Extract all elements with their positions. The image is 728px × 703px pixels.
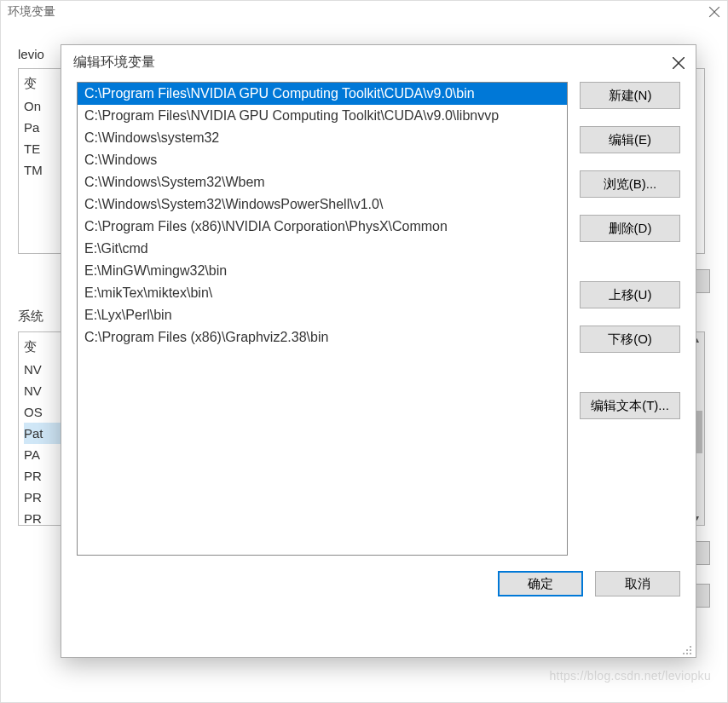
list-item[interactable]: C:\Windows\System32\Wbem: [78, 171, 567, 193]
list-item[interactable]: E:\mikTex\miktex\bin\: [78, 282, 567, 304]
path-listbox[interactable]: C:\Program Files\NVIDIA GPU Computing To…: [77, 82, 568, 556]
modal-titlebar: 编辑环境变量: [61, 45, 696, 82]
svg-point-4: [690, 646, 691, 648]
close-icon[interactable]: [708, 6, 720, 18]
svg-point-7: [683, 653, 685, 654]
delete-button[interactable]: 删除(D): [580, 215, 680, 242]
list-item[interactable]: E:\Git\cmd: [78, 238, 567, 260]
move-down-button[interactable]: 下移(O): [580, 326, 680, 353]
svg-point-8: [686, 653, 688, 654]
svg-point-6: [690, 649, 691, 651]
close-icon[interactable]: [672, 56, 685, 70]
list-item[interactable]: E:\Lyx\Perl\bin: [78, 304, 567, 326]
list-item[interactable]: C:\Windows: [78, 149, 567, 171]
resize-grip-icon[interactable]: [682, 643, 692, 654]
browse-button[interactable]: 浏览(B)...: [580, 170, 680, 198]
edit-button[interactable]: 编辑(E): [580, 126, 680, 153]
list-item[interactable]: C:\Windows\System32\WindowsPowerShell\v1…: [78, 193, 567, 216]
new-button[interactable]: 新建(N): [580, 82, 680, 109]
bg-title: 环境变量: [8, 4, 55, 20]
bg-titlebar: 环境变量: [1, 1, 727, 23]
list-item[interactable]: E:\MinGW\mingw32\bin: [78, 260, 567, 282]
move-up-button[interactable]: 上移(U): [580, 281, 680, 308]
cancel-button[interactable]: 取消: [595, 571, 680, 596]
modal-title: 编辑环境变量: [73, 54, 155, 72]
ok-button[interactable]: 确定: [498, 571, 583, 596]
list-item[interactable]: C:\Windows\system32: [78, 127, 567, 149]
list-item[interactable]: C:\Program Files\NVIDIA GPU Computing To…: [78, 83, 567, 105]
svg-point-5: [686, 649, 688, 651]
list-item[interactable]: C:\Program Files\NVIDIA GPU Computing To…: [78, 105, 567, 127]
edit-text-button[interactable]: 编辑文本(T)...: [580, 392, 680, 419]
edit-env-var-dialog: 编辑环境变量 C:\Program Files\NVIDIA GPU Compu…: [61, 44, 696, 658]
svg-point-9: [690, 653, 691, 654]
list-item[interactable]: C:\Program Files (x86)\Graphviz2.38\bin: [78, 326, 567, 349]
list-item[interactable]: C:\Program Files (x86)\NVIDIA Corporatio…: [78, 216, 567, 238]
action-buttons: 新建(N) 编辑(E) 浏览(B)... 删除(D) 上移(U) 下移(O) 编…: [580, 82, 680, 556]
